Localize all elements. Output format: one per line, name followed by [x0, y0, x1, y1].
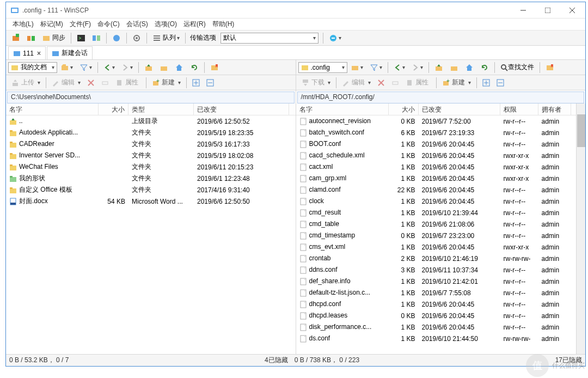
new-session-icon[interactable]	[9, 32, 23, 44]
close-button[interactable]	[560, 3, 584, 18]
file-row[interactable]: cacd_schedule.xml1 KB2019/6/6 20:04:45rw…	[296, 150, 577, 161]
remote-filelist[interactable]: 名字大小已改变权限拥有者 autoconnect_revision0 KB201…	[296, 103, 577, 354]
menu-item[interactable]: 标记(M)	[37, 19, 66, 30]
file-icon	[299, 118, 307, 125]
sync-session-icon[interactable]	[24, 32, 38, 44]
column-header[interactable]: 拥有者	[538, 103, 571, 115]
file-row[interactable]: def_share.info1 KB2019/6/10 21:42:01rw-r…	[296, 276, 577, 287]
local-path[interactable]: C:\Users\nohel\Documents\	[7, 92, 295, 103]
parent-folder-icon[interactable]	[432, 62, 446, 74]
new-button[interactable]: +新建▾	[149, 77, 183, 89]
disconnect-icon[interactable]: ▾	[326, 32, 344, 44]
file-row[interactable]: cms_evt.xml1 KB2019/6/6 20:04:45rwxr-xr-…	[296, 241, 577, 253]
refresh-icon[interactable]	[477, 62, 492, 74]
file-row[interactable]: cmd_timestamp0 KB2019/6/7 23:23:00rw-r--…	[296, 230, 577, 241]
new-button[interactable]: +新建▾	[439, 77, 474, 89]
file-row[interactable]: WeChat Files文件夹2019/6/11 20:15:23	[6, 161, 296, 173]
close-tab-icon[interactable]: ×	[37, 50, 41, 57]
root-folder-icon[interactable]	[447, 62, 461, 74]
open-folder-icon[interactable]: ▾	[348, 62, 366, 74]
menu-item[interactable]: 选项(O)	[151, 19, 180, 30]
home-icon[interactable]	[462, 62, 476, 74]
file-row[interactable]: CADReader文件夹2019/5/3 16:17:33	[6, 138, 296, 150]
collapse-minus-icon[interactable]	[204, 77, 217, 89]
titlebar[interactable]: .config - 111 - WinSCP	[6, 2, 585, 19]
scrollbar[interactable]	[576, 103, 585, 354]
file-row[interactable]: 我的形状文件夹2019/6/1 12:23:48	[6, 173, 296, 184]
expand-plus-icon[interactable]	[480, 77, 493, 89]
file-row[interactable]: batch_vswitch.conf6 KB2019/6/7 23:19:33r…	[296, 127, 577, 138]
root-folder-icon[interactable]	[157, 62, 171, 74]
file-row[interactable]: autoconnect_revision0 KB2019/6/7 7:52:00…	[296, 115, 577, 127]
remote-path[interactable]: /mnt/HDA_ROOT/.config/	[297, 92, 585, 103]
back-icon[interactable]: ▾	[101, 62, 118, 74]
collapse-minus-icon[interactable]	[494, 77, 507, 89]
file-row[interactable]: BOOT.conf1 KB2019/6/6 20:04:45rw-r--r--a…	[296, 138, 577, 150]
local-filelist[interactable]: 名字大小类型已改变 ..上级目录2019/6/6 12:50:52Autodes…	[6, 103, 296, 354]
column-header[interactable]: 名字	[296, 103, 389, 115]
menu-item[interactable]: 文件(F)	[66, 19, 94, 30]
file-row[interactable]: disk_performance.c...1 KB2019/6/6 20:04:…	[296, 321, 577, 333]
file-row[interactable]: dhcpd.conf1 KB2019/6/6 20:04:45rw-r--r--…	[296, 298, 577, 310]
svg-rect-41	[10, 120, 16, 125]
menu-item[interactable]: 会话(S)	[123, 19, 151, 30]
file-row[interactable]: clamd.conf22 KB2019/6/6 20:04:45rw-r--r-…	[296, 184, 577, 196]
home-icon[interactable]	[172, 62, 186, 74]
session-tab[interactable]: 新建会话	[47, 46, 93, 59]
minimize-button[interactable]	[511, 3, 535, 18]
file-row[interactable]: cmd_table1 KB2019/6/6 21:08:06rw-r--r--a…	[296, 218, 577, 230]
sync-button[interactable]: 同步	[39, 32, 68, 44]
menu-item[interactable]: 帮助(H)	[209, 19, 238, 30]
file-row[interactable]: 封面.docx54 KBMicrosoft Word ...2019/6/6 1…	[6, 196, 296, 207]
column-header[interactable]: 大小	[389, 103, 419, 115]
expand-plus-icon[interactable]	[189, 77, 203, 89]
menu-item[interactable]: 远程(R)	[180, 19, 209, 30]
column-header[interactable]: 名字	[6, 103, 99, 115]
svg-rect-26	[145, 66, 152, 71]
file-row[interactable]: ds.conf1 KB2019/6/10 21:44:50rw-rw-rw-ad…	[296, 333, 577, 344]
remote-dir-combo[interactable]: .config▾	[298, 62, 347, 73]
column-header[interactable]: 大小	[99, 103, 128, 115]
menu-item[interactable]: 本地(L)	[9, 19, 37, 30]
transfer-settings-icon[interactable]	[109, 32, 124, 44]
bookmark-icon[interactable]	[543, 62, 557, 74]
back-icon[interactable]: ▾	[391, 62, 408, 74]
file-row[interactable]: 自定义 Office 模板文件夹2017/4/16 9:31:40	[6, 184, 296, 196]
svg-rect-55	[10, 203, 16, 205]
session-tab[interactable]: 111×	[8, 46, 46, 59]
bookmark-icon[interactable]	[207, 62, 222, 74]
maximize-button[interactable]	[535, 3, 560, 18]
column-header[interactable]: 权限	[500, 103, 538, 115]
file-row[interactable]: Inventor Server SD...文件夹2019/5/19 18:02:…	[6, 150, 296, 161]
transfer-preset-combo[interactable]: 默认	[220, 33, 318, 44]
parent-folder-icon[interactable]	[142, 62, 156, 74]
gear-icon[interactable]	[130, 32, 144, 44]
file-icon	[9, 163, 17, 171]
column-header[interactable]: 已改变	[419, 103, 500, 115]
file-row[interactable]: dhcpd.leases0 KB2019/6/6 20:04:45rw-r--r…	[296, 310, 577, 321]
file-row[interactable]: cam_grp.xml1 KB2019/6/6 20:04:45rwxr-xr-…	[296, 173, 577, 184]
menu-item[interactable]: 命令(C)	[94, 19, 123, 30]
file-row[interactable]: ..上级目录2019/6/6 12:50:52	[6, 115, 296, 127]
file-row[interactable]: cact.xml1 KB2019/6/6 20:04:45rwxr-xr-xad…	[296, 161, 577, 173]
refresh-icon[interactable]	[187, 62, 201, 74]
open-folder-icon[interactable]: ▾	[58, 62, 76, 74]
file-row[interactable]: cmd_result1 KB2019/6/10 21:39:44rw-r--r-…	[296, 207, 577, 218]
filter-icon[interactable]: ▾	[77, 62, 95, 74]
file-row[interactable]: ddns.conf3 KB2019/6/11 10:37:34rw-r--r--…	[296, 264, 577, 276]
find-button[interactable]: 查找文件	[498, 62, 537, 74]
column-header[interactable]: 已改变	[194, 103, 289, 115]
file-row[interactable]: crontab2 KB2019/6/10 21:46:19rw-rw-rw-ad…	[296, 253, 577, 264]
filter-icon[interactable]: ▾	[367, 62, 385, 74]
svg-rect-32	[102, 82, 108, 84]
file-row[interactable]: clock1 KB2019/6/6 20:04:45rw-r--r--admin	[296, 196, 577, 207]
file-row[interactable]: default-tz-list.json.c...1 KB2019/6/7 7:…	[296, 287, 577, 298]
file-row[interactable]: Autodesk Applicati...文件夹2019/5/19 18:23:…	[6, 127, 296, 138]
svg-rect-27	[161, 66, 167, 71]
file-icon	[9, 152, 17, 160]
console-icon[interactable]: >	[74, 32, 88, 44]
column-header[interactable]: 类型	[128, 103, 194, 115]
local-dir-combo[interactable]: 我的文档▾	[8, 62, 57, 73]
queue-button[interactable]: 队列▾	[150, 32, 182, 44]
compare-icon[interactable]	[89, 32, 103, 44]
